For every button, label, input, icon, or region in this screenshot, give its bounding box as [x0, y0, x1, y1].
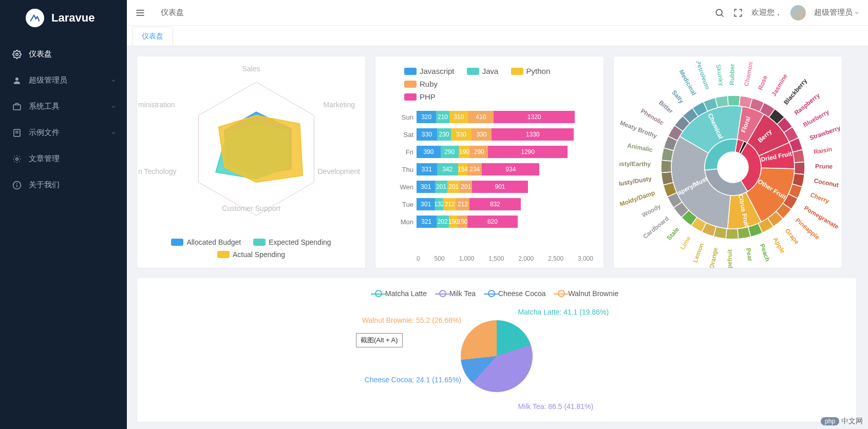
radar-chart [142, 62, 370, 246]
svg-text:Animalic: Animalic [627, 142, 653, 153]
legend-label: Matcha Latte [385, 289, 427, 298]
legend-label: Python [526, 67, 551, 75]
svg-text:Grapefruit: Grapefruit [726, 249, 733, 268]
pie-slice-label: Matcha Latte: 41.1 (19.86%) [518, 308, 609, 316]
svg-text:Petroleum: Petroleum [694, 62, 711, 90]
svg-point-8 [16, 183, 17, 184]
radar-axis-label: Development [318, 167, 361, 176]
sidebar-item-dashboard[interactable]: 仪表盘 [0, 41, 127, 67]
header: 仪表盘 欢迎您， 超级管理员 [127, 0, 868, 26]
legend-item[interactable]: Cheese Cocoa [488, 289, 546, 298]
svg-text:Jasmine: Jasmine [770, 72, 789, 98]
svg-text:Salty: Salty [670, 89, 685, 105]
legend-item[interactable]: Walnut Brownie [558, 289, 618, 298]
svg-text:Apple: Apple [772, 236, 787, 255]
legend-item[interactable]: Expected Spending [253, 238, 331, 246]
sidebar-item-examples[interactable]: 示例文件 [0, 120, 127, 146]
svg-text:Bitter: Bitter [657, 99, 674, 115]
watermark-pill: php [821, 417, 839, 425]
svg-rect-2 [13, 105, 21, 110]
legend-label: Java [482, 67, 499, 75]
fullscreen-icon[interactable] [733, 8, 743, 18]
svg-text:Orange: Orange [708, 247, 720, 268]
file-icon [12, 128, 22, 138]
sunburst-chart: FloralBerryDried FruitOther FruitCitrus … [619, 62, 842, 268]
svg-line-14 [722, 14, 724, 16]
svg-point-13 [716, 9, 722, 15]
legend-item[interactable]: Milk Tea [439, 289, 476, 298]
radar-axis-label: Marketing [324, 101, 355, 109]
pie-slice-label: Cheese Cocoa: 24.1 (11.65%) [365, 376, 461, 384]
pie-legend: Matcha Latte Milk Tea Cheese Cocoa Walnu… [142, 283, 851, 305]
chevron-down-icon [110, 77, 117, 84]
legend-label: Actual Spending [233, 250, 285, 259]
svg-text:Rubber: Rubber [728, 64, 736, 86]
svg-text:Moldy/Damp: Moldy/Damp [619, 189, 656, 208]
chevron-down-icon [854, 10, 860, 16]
radar-axis-label: n Techology [138, 167, 176, 176]
user-name: 超级管理员 [814, 8, 853, 17]
page-title: 仪表盘 [161, 8, 184, 17]
sidebar-item-about[interactable]: 关于我们 [0, 172, 127, 198]
brand-text: Laravue [51, 11, 95, 25]
svg-text:Pear: Pear [745, 247, 754, 262]
legend-item[interactable]: Java [467, 67, 499, 75]
hamburger-icon[interactable] [135, 8, 145, 18]
radar-axis-label: Customer Support [222, 204, 280, 212]
brand-logo-icon [26, 9, 44, 27]
legend-item[interactable]: Matcha Latte [375, 289, 427, 298]
avatar[interactable] [790, 5, 806, 21]
legend-item[interactable]: Python [511, 67, 551, 75]
radar-axis-label: ministration [138, 101, 175, 109]
svg-text:Chamomile: Chamomile [743, 62, 756, 87]
legend-item[interactable]: Javascript [404, 67, 455, 75]
svg-text:Raspberry: Raspberry [793, 91, 821, 116]
svg-text:Grape: Grape [784, 227, 801, 246]
legend-item[interactable]: Actual Spending [217, 250, 285, 259]
legend-label: Expected Spending [269, 238, 331, 246]
svg-text:Lime: Lime [678, 235, 692, 251]
svg-point-65 [718, 152, 748, 183]
tabs-bar: 仪表盘 [127, 26, 868, 46]
gear-icon [12, 50, 22, 59]
pie-slice-label: Walnut Brownie: 55.2 (26.68%) [362, 316, 461, 324]
svg-point-6 [16, 158, 18, 160]
svg-text:Rose: Rose [757, 74, 769, 91]
search-icon[interactable] [714, 8, 725, 18]
legend-label: Milk Tea [449, 289, 476, 298]
svg-text:Skunky: Skunky [714, 64, 725, 87]
user-dropdown[interactable]: 超级管理员 [814, 8, 860, 17]
sunburst-chart-card: FloralBerryDried FruitOther FruitCitrus … [614, 56, 842, 268]
legend-item[interactable]: Ruby [404, 80, 438, 88]
brand: Laravue [0, 0, 127, 36]
tab-dashboard[interactable]: 仪表盘 [132, 27, 173, 46]
radar-legend: Allocated Budget Expected Spending Actua… [137, 236, 365, 261]
sidebar-item-admin[interactable]: 超级管理员 [0, 67, 127, 93]
radar-axis-label: Sales [242, 65, 260, 73]
radar-chart-card: Sales Marketing Development Customer Sup… [137, 56, 365, 268]
tab-label: 仪表盘 [142, 32, 163, 40]
sidebar-item-label: 超级管理员 [29, 75, 67, 85]
watermark: php 中文网 [821, 417, 863, 426]
sidebar-item-articles[interactable]: 文章管理 [0, 146, 127, 172]
svg-text:Stale: Stale [666, 226, 681, 242]
watermark-text: 中文网 [841, 417, 863, 426]
bar-legend: Javascript Java Python Ruby PHP [381, 62, 598, 108]
pie-graphic [461, 320, 533, 392]
legend-item[interactable]: Allocated Budget [171, 238, 241, 246]
pie-plot: Matcha Latte: 41.1 (19.86%) Milk Tea: 86… [142, 305, 851, 407]
legend-label: PHP [420, 92, 436, 101]
bar-x-axis: 05001,0001,5002,0002,5003,000 [417, 255, 593, 262]
legend-item[interactable]: PHP [404, 92, 436, 101]
legend-label: Cheese Cocoa [498, 289, 546, 298]
svg-text:Phenolic: Phenolic [639, 107, 665, 127]
sidebar-item-label: 文章管理 [29, 154, 60, 164]
sidebar-menu: 仪表盘 超级管理员 系统工具 示例文件 文章管理 关于我们 [0, 36, 127, 198]
svg-text:Coconut: Coconut [814, 177, 839, 189]
gear-icon [12, 154, 22, 164]
svg-text:Meaty Brothy: Meaty Brothy [619, 119, 658, 140]
sidebar-item-tools[interactable]: 系统工具 [0, 93, 127, 120]
svg-text:Raisin: Raisin [813, 146, 833, 156]
legend-label: Allocated Budget [186, 238, 241, 246]
svg-text:Musty/Earthy: Musty/Earthy [619, 160, 651, 168]
